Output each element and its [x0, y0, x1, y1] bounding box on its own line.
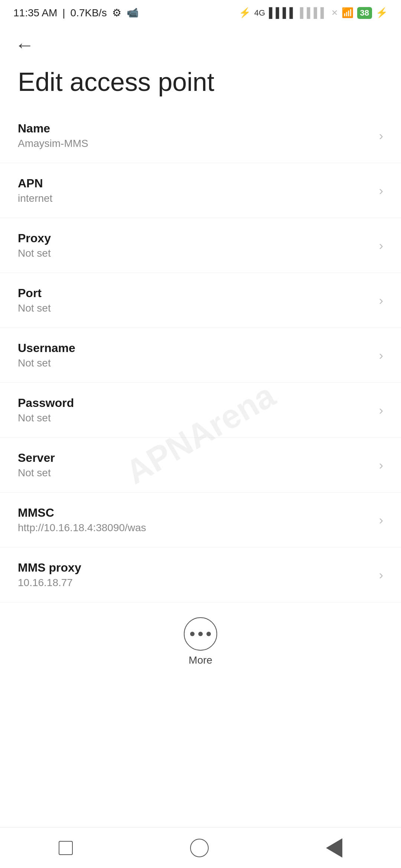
status-right: ⚡ 4G ▌▌▌▌ ▌▌▌▌ ✕ 📶 38 ⚡ — [239, 7, 388, 19]
item-value-apn: internet — [18, 193, 372, 204]
settings-list: Name Amaysim-MMS › APN internet › Proxy … — [0, 108, 401, 602]
item-value-password: Not set — [18, 412, 372, 424]
item-label-password: Password — [18, 396, 372, 410]
page-title: Edit access point — [0, 60, 401, 108]
item-label-port: Port — [18, 286, 372, 300]
item-label-name: Name — [18, 122, 372, 135]
signal-bars-icon: ▌▌▌▌ — [269, 7, 296, 19]
more-button[interactable] — [184, 617, 217, 651]
settings-item-port[interactable]: Port Not set › — [0, 273, 401, 328]
settings-item-mms-proxy[interactable]: MMS proxy 10.16.18.77 › — [0, 548, 401, 602]
more-area[interactable]: More — [0, 602, 401, 677]
item-label-mmsc: MMSC — [18, 506, 372, 520]
item-label-username: Username — [18, 341, 372, 355]
status-bar: 11:35 AM | 0.7KB/s ⚙ 📹 ⚡ 4G ▌▌▌▌ ▌▌▌▌ ✕ … — [0, 0, 401, 23]
settings-icon: ⚙ — [112, 7, 121, 19]
settings-item-mmsc[interactable]: MMSC http://10.16.18.4:38090/was › — [0, 493, 401, 548]
chevron-icon-mmsc: › — [379, 513, 383, 527]
signal-cross-icon: ✕ — [331, 8, 338, 18]
item-value-mms-proxy: 10.16.18.77 — [18, 577, 372, 589]
chevron-icon-username: › — [379, 348, 383, 362]
back-button[interactable]: ← — [0, 23, 401, 60]
settings-item-apn[interactable]: APN internet › — [0, 163, 401, 218]
item-value-mmsc: http://10.16.18.4:38090/was — [18, 522, 372, 534]
chevron-icon-password: › — [379, 403, 383, 417]
back-nav-button[interactable] — [326, 838, 342, 858]
signal-bars2-icon: ▌▌▌▌ — [300, 7, 327, 19]
item-label-server: Server — [18, 451, 372, 465]
settings-item-password[interactable]: Password Not set › — [0, 383, 401, 438]
battery-display: 38 — [357, 7, 372, 19]
bluetooth-icon: ⚡ — [239, 7, 251, 19]
bolt-icon: ⚡ — [376, 7, 388, 19]
item-value-port: Not set — [18, 302, 372, 314]
settings-item-name[interactable]: Name Amaysim-MMS › — [0, 108, 401, 163]
item-label-proxy: Proxy — [18, 231, 372, 245]
settings-item-username[interactable]: Username Not set › — [0, 328, 401, 383]
chevron-icon-mms-proxy: › — [379, 568, 383, 582]
back-arrow-icon: ← — [15, 34, 34, 56]
more-dots-icon — [190, 632, 211, 636]
settings-item-proxy[interactable]: Proxy Not set › — [0, 218, 401, 273]
chevron-icon-name: › — [379, 128, 383, 143]
item-value-server: Not set — [18, 467, 372, 479]
chevron-icon-apn: › — [379, 183, 383, 198]
item-value-name: Amaysim-MMS — [18, 138, 372, 149]
wifi-icon: 📶 — [342, 7, 353, 19]
item-label-apn: APN — [18, 177, 372, 190]
item-value-proxy: Not set — [18, 247, 372, 259]
home-button[interactable] — [190, 839, 209, 857]
home-icon — [190, 839, 209, 857]
recents-button[interactable] — [59, 841, 73, 855]
time-display: 11:35 AM — [13, 7, 57, 19]
back-nav-icon — [326, 838, 342, 858]
item-value-username: Not set — [18, 357, 372, 369]
chevron-icon-proxy: › — [379, 238, 383, 253]
video-icon: 📹 — [127, 7, 138, 19]
settings-item-server[interactable]: Server Not set › — [0, 438, 401, 493]
bottom-nav — [0, 827, 401, 868]
speed-display: | — [62, 7, 65, 19]
network-speed: 0.7KB/s — [71, 7, 107, 19]
item-label-mms-proxy: MMS proxy — [18, 561, 372, 575]
chevron-icon-port: › — [379, 293, 383, 308]
recents-icon — [59, 841, 73, 855]
more-label: More — [189, 654, 212, 666]
chevron-icon-server: › — [379, 458, 383, 472]
signal-4g-icon: 4G — [254, 8, 265, 18]
status-left: 11:35 AM | 0.7KB/s ⚙ 📹 — [13, 7, 138, 19]
